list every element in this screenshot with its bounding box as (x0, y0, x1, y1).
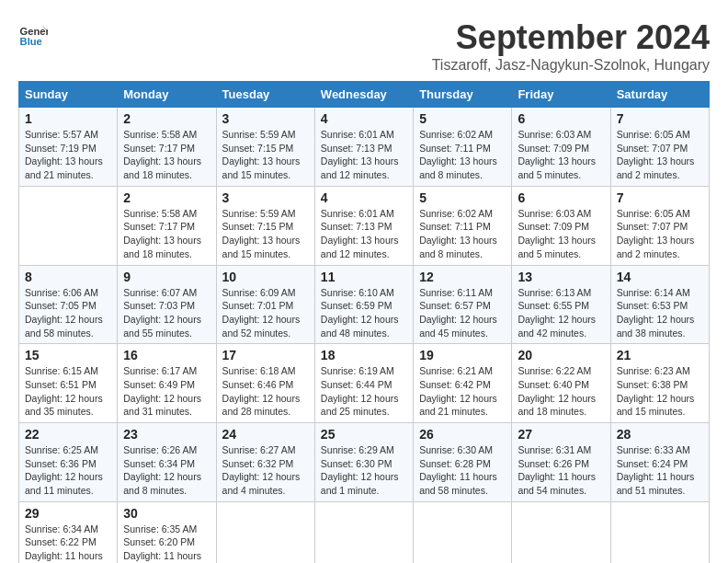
day-info: Sunrise: 5:58 AMSunset: 7:17 PMDaylight:… (123, 207, 210, 261)
day-info: Sunrise: 6:01 AMSunset: 7:13 PMDaylight:… (321, 207, 407, 261)
calendar-header-row: Sunday Monday Tuesday Wednesday Thursday… (19, 82, 710, 108)
day-info: Sunrise: 6:13 AMSunset: 6:55 PMDaylight:… (518, 286, 604, 340)
table-row (19, 186, 118, 265)
day-info: Sunrise: 6:19 AMSunset: 6:44 PMDaylight:… (321, 364, 407, 419)
table-row: 6Sunrise: 6:03 AMSunset: 7:09 PMDaylight… (512, 186, 610, 265)
table-row: 9Sunrise: 6:07 AMSunset: 7:03 PMDaylight… (118, 265, 216, 344)
logo-icon: General Blue (18, 18, 48, 48)
calendar-week-row: 15Sunrise: 6:15 AMSunset: 6:51 PMDayligh… (19, 344, 710, 423)
day-number: 30 (123, 506, 210, 521)
table-row: 17Sunrise: 6:18 AMSunset: 6:46 PMDayligh… (216, 344, 314, 423)
table-row: 11Sunrise: 6:10 AMSunset: 6:59 PMDayligh… (314, 265, 413, 344)
day-number: 13 (518, 270, 604, 284)
day-info: Sunrise: 6:11 AMSunset: 6:57 PMDaylight:… (419, 286, 506, 340)
day-info: Sunrise: 6:23 AMSunset: 6:38 PMDaylight:… (617, 364, 703, 419)
day-number: 3 (222, 111, 309, 126)
table-row: 21Sunrise: 6:23 AMSunset: 6:38 PMDayligh… (610, 344, 709, 423)
day-number: 7 (617, 190, 703, 205)
table-row: 8Sunrise: 6:06 AMSunset: 7:05 PMDaylight… (19, 265, 118, 344)
day-info: Sunrise: 6:06 AMSunset: 7:05 PMDaylight:… (25, 286, 111, 340)
day-info: Sunrise: 6:07 AMSunset: 7:03 PMDaylight:… (123, 286, 210, 340)
page-header: General Blue September 2024 Tiszaroff, J… (18, 18, 710, 74)
table-row (414, 501, 512, 563)
table-row: 5Sunrise: 6:02 AMSunset: 7:11 PMDaylight… (414, 108, 512, 187)
day-number: 25 (321, 427, 407, 442)
table-row (512, 501, 610, 563)
table-row: 7Sunrise: 6:05 AMSunset: 7:07 PMDaylight… (610, 186, 709, 265)
table-row: 4Sunrise: 6:01 AMSunset: 7:13 PMDaylight… (314, 108, 413, 187)
day-info: Sunrise: 6:09 AMSunset: 7:01 PMDaylight:… (222, 286, 309, 340)
table-row: 2Sunrise: 5:58 AMSunset: 7:17 PMDaylight… (118, 108, 216, 187)
table-row (314, 501, 413, 563)
table-row: 15Sunrise: 6:15 AMSunset: 6:51 PMDayligh… (19, 344, 118, 423)
day-info: Sunrise: 6:05 AMSunset: 7:07 PMDaylight:… (617, 207, 703, 261)
day-info: Sunrise: 6:10 AMSunset: 6:59 PMDaylight:… (321, 286, 407, 340)
day-number: 19 (419, 348, 506, 362)
day-info: Sunrise: 6:17 AMSunset: 6:49 PMDaylight:… (123, 364, 210, 419)
day-info: Sunrise: 6:31 AMSunset: 6:26 PMDaylight:… (518, 443, 604, 498)
day-number: 20 (518, 348, 604, 362)
table-row: 29Sunrise: 6:34 AMSunset: 6:22 PMDayligh… (19, 501, 118, 563)
day-number: 4 (321, 190, 407, 205)
table-row: 10Sunrise: 6:09 AMSunset: 7:01 PMDayligh… (216, 265, 314, 344)
day-number: 6 (518, 111, 604, 126)
calendar-week-row: 1Sunrise: 5:57 AMSunset: 7:19 PMDaylight… (19, 108, 710, 187)
day-number: 18 (321, 348, 407, 362)
day-info: Sunrise: 6:03 AMSunset: 7:09 PMDaylight:… (518, 128, 604, 182)
day-info: Sunrise: 6:27 AMSunset: 6:32 PMDaylight:… (222, 443, 309, 498)
calendar-week-row: 8Sunrise: 6:06 AMSunset: 7:05 PMDaylight… (19, 265, 710, 344)
day-number: 24 (222, 427, 309, 442)
table-row: 4Sunrise: 6:01 AMSunset: 7:13 PMDaylight… (314, 186, 413, 265)
day-number: 8 (25, 270, 111, 284)
day-number: 2 (123, 190, 210, 205)
day-info: Sunrise: 6:33 AMSunset: 6:24 PMDaylight:… (617, 443, 703, 498)
day-number: 12 (419, 270, 506, 284)
day-info: Sunrise: 6:26 AMSunset: 6:34 PMDaylight:… (123, 443, 210, 498)
table-row: 24Sunrise: 6:27 AMSunset: 6:32 PMDayligh… (216, 423, 314, 502)
day-info: Sunrise: 6:29 AMSunset: 6:30 PMDaylight:… (321, 443, 407, 498)
day-info: Sunrise: 6:03 AMSunset: 7:09 PMDaylight:… (518, 207, 604, 261)
day-info: Sunrise: 6:30 AMSunset: 6:28 PMDaylight:… (419, 443, 506, 498)
col-sunday: Sunday (19, 82, 118, 108)
day-number: 7 (617, 111, 703, 126)
table-row: 22Sunrise: 6:25 AMSunset: 6:36 PMDayligh… (19, 423, 118, 502)
title-block: September 2024 Tiszaroff, Jasz-Nagykun-S… (432, 18, 710, 74)
day-number: 9 (123, 270, 210, 284)
table-row: 26Sunrise: 6:30 AMSunset: 6:28 PMDayligh… (414, 423, 512, 502)
calendar-table: Sunday Monday Tuesday Wednesday Thursday… (18, 81, 710, 563)
day-info: Sunrise: 6:01 AMSunset: 7:13 PMDaylight:… (321, 128, 407, 182)
day-info: Sunrise: 6:35 AMSunset: 6:20 PMDaylight:… (123, 523, 210, 563)
day-info: Sunrise: 5:57 AMSunset: 7:19 PMDaylight:… (25, 128, 111, 182)
day-info: Sunrise: 5:59 AMSunset: 7:15 PMDaylight:… (222, 128, 309, 182)
table-row: 5Sunrise: 6:02 AMSunset: 7:11 PMDaylight… (414, 186, 512, 265)
logo: General Blue (18, 18, 48, 48)
table-row: 30Sunrise: 6:35 AMSunset: 6:20 PMDayligh… (118, 501, 216, 563)
day-number: 2 (123, 111, 210, 126)
table-row: 18Sunrise: 6:19 AMSunset: 6:44 PMDayligh… (314, 344, 413, 423)
day-info: Sunrise: 6:14 AMSunset: 6:53 PMDaylight:… (617, 286, 703, 340)
day-number: 29 (25, 506, 111, 521)
day-number: 26 (419, 427, 506, 442)
table-row: 1Sunrise: 5:57 AMSunset: 7:19 PMDaylight… (19, 108, 118, 187)
day-number: 3 (222, 190, 309, 205)
table-row: 3Sunrise: 5:59 AMSunset: 7:15 PMDaylight… (216, 186, 314, 265)
day-info: Sunrise: 6:22 AMSunset: 6:40 PMDaylight:… (518, 364, 604, 419)
day-number: 16 (123, 348, 210, 362)
table-row: 25Sunrise: 6:29 AMSunset: 6:30 PMDayligh… (314, 423, 413, 502)
day-info: Sunrise: 5:59 AMSunset: 7:15 PMDaylight:… (222, 207, 309, 261)
day-info: Sunrise: 6:34 AMSunset: 6:22 PMDaylight:… (25, 523, 111, 563)
day-number: 11 (321, 270, 407, 284)
day-number: 4 (321, 111, 407, 126)
location: Tiszaroff, Jasz-Nagykun-Szolnok, Hungary (432, 57, 710, 74)
day-number: 22 (25, 427, 111, 442)
table-row: 27Sunrise: 6:31 AMSunset: 6:26 PMDayligh… (512, 423, 610, 502)
col-wednesday: Wednesday (314, 82, 413, 108)
day-number: 1 (25, 111, 111, 126)
day-info: Sunrise: 6:18 AMSunset: 6:46 PMDaylight:… (222, 364, 309, 419)
day-info: Sunrise: 6:21 AMSunset: 6:42 PMDaylight:… (419, 364, 506, 419)
day-number: 5 (419, 111, 506, 126)
table-row: 13Sunrise: 6:13 AMSunset: 6:55 PMDayligh… (512, 265, 610, 344)
col-friday: Friday (512, 82, 610, 108)
col-thursday: Thursday (414, 82, 512, 108)
table-row: 16Sunrise: 6:17 AMSunset: 6:49 PMDayligh… (118, 344, 216, 423)
